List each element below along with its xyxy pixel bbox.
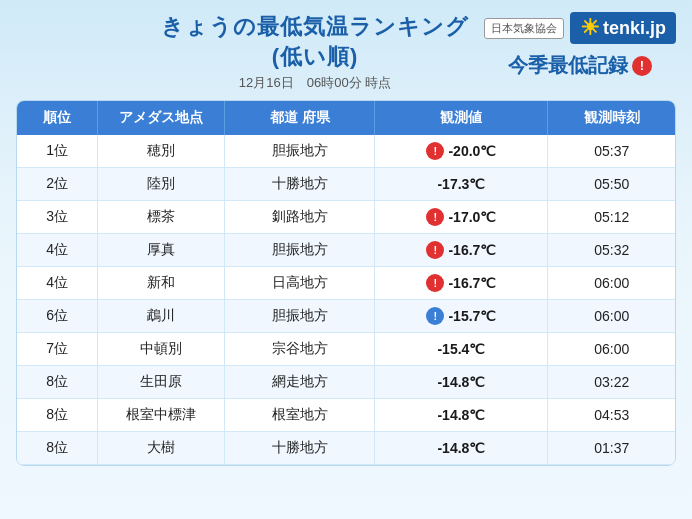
cell-rank: 2位 (17, 168, 98, 201)
cell-prefecture: 胆振地方 (225, 135, 375, 168)
title-block: きょうの最低気温ランキング(低い順) 12月16日 06時00分 時点 (146, 12, 484, 92)
cell-time: 06:00 (548, 333, 675, 366)
cell-prefecture: 網走地方 (225, 366, 375, 399)
temperature-value: -17.0℃ (448, 209, 496, 225)
tenki-logo: ☀ tenki.jp (570, 12, 676, 44)
temperature-value: -15.4℃ (437, 341, 485, 357)
temperature-value: -14.8℃ (437, 440, 485, 456)
cell-station: 大樹 (98, 432, 225, 465)
cell-prefecture: 十勝地方 (225, 432, 375, 465)
temperature-value: -20.0℃ (448, 143, 496, 159)
cell-value: -14.8℃ (375, 432, 548, 465)
season-record-text: 今季最低記録 (508, 52, 628, 79)
cell-time: 01:37 (548, 432, 675, 465)
header: きょうの最低気温ランキング(低い順) 12月16日 06時00分 時点 日本気象… (16, 12, 676, 92)
date-time: 12月16日 06時00分 時点 (146, 74, 484, 92)
table-row: 3位標茶釧路地方!-17.0℃05:12 (17, 201, 675, 234)
cell-prefecture: 胆振地方 (225, 300, 375, 333)
logo-block: 日本気象協会 ☀ tenki.jp 今季最低記録 ! (484, 12, 676, 79)
cell-time: 05:37 (548, 135, 675, 168)
cell-rank: 6位 (17, 300, 98, 333)
main-title: きょうの最低気温ランキング(低い順) (146, 12, 484, 72)
col-value: 観測値 (375, 101, 548, 135)
record-badge-red: ! (426, 241, 444, 259)
cell-prefecture: 胆振地方 (225, 234, 375, 267)
table-row: 8位根室中標津根室地方-14.8℃04:53 (17, 399, 675, 432)
record-badge-red: ! (426, 142, 444, 160)
cell-value: !-15.7℃ (375, 300, 548, 333)
temperature-value: -16.7℃ (448, 242, 496, 258)
cell-rank: 7位 (17, 333, 98, 366)
table-row: 4位厚真胆振地方!-16.7℃05:32 (17, 234, 675, 267)
cell-time: 05:50 (548, 168, 675, 201)
record-badge-red: ! (426, 274, 444, 292)
cell-time: 03:22 (548, 366, 675, 399)
table-row: 1位穂別胆振地方!-20.0℃05:37 (17, 135, 675, 168)
main-container: きょうの最低気温ランキング(低い順) 12月16日 06時00分 時点 日本気象… (0, 0, 692, 519)
cell-time: 06:00 (548, 267, 675, 300)
table-row: 2位陸別十勝地方-17.3℃05:50 (17, 168, 675, 201)
cell-rank: 4位 (17, 234, 98, 267)
temperature-value: -14.8℃ (437, 374, 485, 390)
temperature-value: -14.8℃ (437, 407, 485, 423)
cell-value: !-17.0℃ (375, 201, 548, 234)
jma-logo: 日本気象協会 (484, 18, 564, 39)
cell-station: 厚真 (98, 234, 225, 267)
table-row: 4位新和日高地方!-16.7℃06:00 (17, 267, 675, 300)
cell-station: 標茶 (98, 201, 225, 234)
cell-station: 穂別 (98, 135, 225, 168)
temperature-value: -15.7℃ (448, 308, 496, 324)
cell-value: !-16.7℃ (375, 234, 548, 267)
cell-value: -15.4℃ (375, 333, 548, 366)
cell-value: !-16.7℃ (375, 267, 548, 300)
temperature-value: -17.3℃ (437, 176, 485, 192)
tenki-text: tenki.jp (603, 18, 666, 39)
col-rank: 順位 (17, 101, 98, 135)
table-wrapper: 順位 アメダス地点 都道 府県 観測値 観測時刻 1位穂別胆振地方!-20.0℃… (16, 100, 676, 466)
cell-rank: 1位 (17, 135, 98, 168)
cell-rank: 8位 (17, 366, 98, 399)
cell-time: 05:12 (548, 201, 675, 234)
ranking-table: 順位 アメダス地点 都道 府県 観測値 観測時刻 1位穂別胆振地方!-20.0℃… (17, 101, 675, 465)
cell-value: -14.8℃ (375, 399, 548, 432)
cell-station: 根室中標津 (98, 399, 225, 432)
cell-rank: 8位 (17, 399, 98, 432)
record-badge-blue: ! (426, 307, 444, 325)
table-row: 8位大樹十勝地方-14.8℃01:37 (17, 432, 675, 465)
cell-rank: 4位 (17, 267, 98, 300)
cell-rank: 3位 (17, 201, 98, 234)
cell-value: -17.3℃ (375, 168, 548, 201)
table-header-row: 順位 アメダス地点 都道 府県 観測値 観測時刻 (17, 101, 675, 135)
cell-time: 04:53 (548, 399, 675, 432)
cell-station: 新和 (98, 267, 225, 300)
cell-value: !-20.0℃ (375, 135, 548, 168)
col-time: 観測時刻 (548, 101, 675, 135)
cell-time: 05:32 (548, 234, 675, 267)
cell-station: 陸別 (98, 168, 225, 201)
table-body: 1位穂別胆振地方!-20.0℃05:372位陸別十勝地方-17.3℃05:503… (17, 135, 675, 465)
table-row: 6位鵡川胆振地方!-15.7℃06:00 (17, 300, 675, 333)
col-prefecture: 都道 府県 (225, 101, 375, 135)
cell-station: 生田原 (98, 366, 225, 399)
cell-value: -14.8℃ (375, 366, 548, 399)
table-row: 7位中頓別宗谷地方-15.4℃06:00 (17, 333, 675, 366)
col-station: アメダス地点 (98, 101, 225, 135)
record-badge-red: ! (426, 208, 444, 226)
cell-time: 06:00 (548, 300, 675, 333)
cell-prefecture: 十勝地方 (225, 168, 375, 201)
temperature-value: -16.7℃ (448, 275, 496, 291)
tenki-symbol: ☀ (580, 15, 600, 41)
cell-station: 鵡川 (98, 300, 225, 333)
cell-rank: 8位 (17, 432, 98, 465)
cell-prefecture: 日高地方 (225, 267, 375, 300)
cell-prefecture: 釧路地方 (225, 201, 375, 234)
season-record: 今季最低記録 ! (508, 52, 652, 79)
cell-prefecture: 宗谷地方 (225, 333, 375, 366)
cell-prefecture: 根室地方 (225, 399, 375, 432)
cell-station: 中頓別 (98, 333, 225, 366)
table-row: 8位生田原網走地方-14.8℃03:22 (17, 366, 675, 399)
season-record-badge: ! (632, 56, 652, 76)
